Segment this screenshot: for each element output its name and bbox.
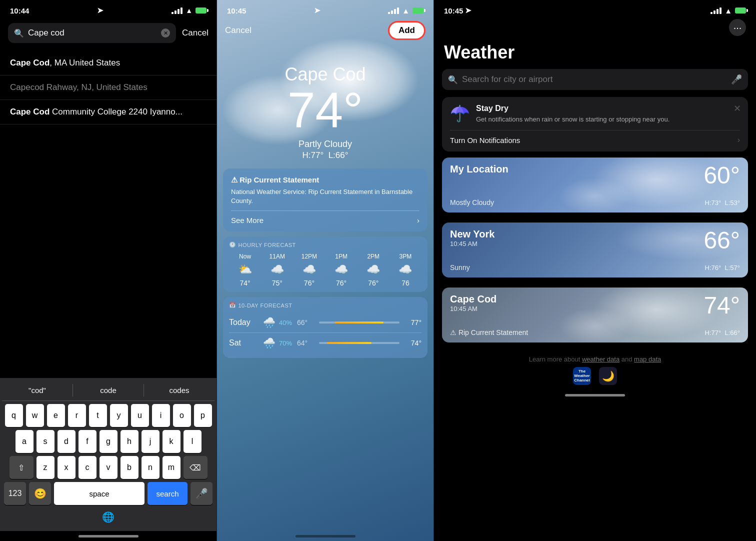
key-g[interactable]: g (100, 430, 118, 453)
suggestion-primary-1: Cape Cod, MA United States (10, 58, 206, 68)
key-emoji[interactable]: 😊 (29, 482, 51, 505)
key-y[interactable]: y (110, 404, 128, 427)
turn-on-notifications-row[interactable]: Turn On Notifications › (450, 136, 740, 144)
stay-dry-divider (450, 130, 740, 130)
home-indicator-3 (434, 389, 756, 401)
loc-hl-2: H:77° L:66° (705, 329, 740, 336)
key-backspace[interactable]: ⌫ (184, 456, 208, 479)
new-york-card[interactable]: New York 10:45 AM 66° Sunny H:76° L:57° (442, 222, 748, 278)
key-o[interactable]: o (173, 404, 191, 427)
my-location-content: My Location 60° Mostly Cloudy H:73° L:53… (442, 158, 748, 212)
key-f[interactable]: f (78, 430, 96, 453)
key-e[interactable]: e (47, 404, 65, 427)
weather-data-link[interactable]: weather data (582, 356, 620, 363)
p3-search-input[interactable] (462, 74, 727, 84)
key-d[interactable]: d (58, 430, 76, 453)
sb3-2 (714, 10, 716, 14)
hourly-item-0: Now ⛅ 74° (229, 253, 261, 287)
rip-current-card: ⚠ Rip Current Statement National Weather… (223, 168, 428, 232)
signal-bar-2 (174, 10, 176, 14)
autocorrect-item-1[interactable]: "cod" (2, 384, 73, 396)
key-w[interactable]: w (26, 404, 44, 427)
suggestion-item-1[interactable]: Cape Cod, MA United States (0, 51, 216, 76)
key-h[interactable]: h (120, 430, 138, 453)
loc-temp-2: 74° (704, 294, 740, 318)
battery-icon-2 (412, 8, 424, 14)
key-search[interactable]: search (148, 482, 188, 505)
key-m[interactable]: m (162, 456, 180, 479)
key-n[interactable]: n (142, 456, 160, 479)
location-arrow-1: ➤ (97, 6, 104, 15)
new-york-content: New York 10:45 AM 66° Sunny H:76° L:57° (442, 222, 748, 278)
search-input-wrap[interactable]: 🔍 ✕ (8, 23, 176, 43)
key-c[interactable]: c (78, 456, 96, 479)
key-z[interactable]: z (36, 456, 54, 479)
key-j[interactable]: j (142, 430, 160, 453)
p2-add-button[interactable]: Add (388, 21, 426, 40)
key-q[interactable]: q (5, 404, 23, 427)
hourly-item-1: 11AM ☁️ 75° (261, 253, 293, 287)
p3-search-icon: 🔍 (448, 75, 458, 84)
key-mic[interactable]: 🎤 (190, 482, 212, 505)
rip-body: National Weather Service: Rip Current St… (231, 188, 420, 206)
status-right-1: ▲ (172, 6, 206, 14)
key-a[interactable]: a (16, 430, 34, 453)
autocorrect-item-3[interactable]: codes (144, 384, 214, 396)
loc-name-1: New York (450, 228, 494, 240)
loc-name-0: My Location (450, 164, 508, 175)
key-v[interactable]: v (100, 456, 118, 479)
cancel-button-1[interactable]: Cancel (182, 28, 208, 38)
p2-cancel-button[interactable]: Cancel (225, 26, 252, 36)
signal-bar-3 (178, 9, 180, 14)
clear-button[interactable]: ✕ (161, 28, 170, 38)
my-location-card[interactable]: My Location 60° Mostly Cloudy H:73° L:53… (442, 158, 748, 212)
location-arrow-2: ➤ (314, 6, 320, 15)
key-i[interactable]: i (152, 404, 170, 427)
suggestion-item-3[interactable]: Cape Cod Community College 2240 Iyanno..… (0, 100, 216, 124)
see-more-chevron: › (417, 216, 420, 224)
stay-dry-close-button[interactable]: ✕ (734, 103, 741, 114)
key-x[interactable]: x (58, 456, 76, 479)
keyboard: "cod" code codes q w e r t y u i o p a s… (0, 378, 216, 531)
temp-bar-sat (319, 342, 400, 344)
suggestion-item-2[interactable]: Capecod Rahway, NJ, United States (0, 76, 216, 100)
key-u[interactable]: u (131, 404, 149, 427)
p2-temperature: 74° (217, 85, 434, 135)
see-more-row[interactable]: See More › (231, 210, 420, 224)
key-r[interactable]: r (68, 404, 86, 427)
cape-cod-card[interactable]: Cape Cod 10:45 AM 74° ⚠ Rip Current Stat… (442, 288, 748, 342)
autocorrect-row: "cod" code codes (2, 382, 214, 401)
key-shift[interactable]: ⇧ (10, 456, 34, 479)
key-globe[interactable]: 🌐 (98, 508, 120, 526)
suggestions-list: Cape Cod, MA United States Capecod Rahwa… (0, 47, 216, 378)
p3-search-bar[interactable]: 🔍 🎤 (442, 69, 748, 90)
autocorrect-item-2[interactable]: code (73, 384, 144, 396)
time-2: 10:45 (227, 6, 246, 15)
key-s[interactable]: s (36, 430, 54, 453)
status-bar-2: 10:45 ➤ ▲ (217, 0, 434, 19)
key-b[interactable]: b (120, 456, 138, 479)
key-p[interactable]: p (194, 404, 212, 427)
time-1: 10:44 (10, 6, 29, 15)
key-row-2: a s d f g h j k l (2, 430, 214, 453)
wifi-icon-2: ▲ (402, 6, 410, 15)
key-t[interactable]: t (89, 404, 107, 427)
key-l[interactable]: l (184, 430, 202, 453)
battery-icon-3 (735, 8, 746, 14)
map-data-link[interactable]: map data (634, 356, 661, 363)
search-input[interactable] (28, 28, 157, 38)
p3-mic-icon[interactable]: 🎤 (731, 74, 742, 85)
signal-bars-3 (710, 8, 722, 14)
more-options-button[interactable]: ··· (729, 19, 746, 36)
location-arrow-3: ➤ (465, 6, 472, 15)
stay-dry-desc: Get notifications when rain or snow is s… (476, 115, 740, 124)
hourly-item-4: 2PM ☁️ 76° (358, 253, 390, 287)
key-space[interactable]: space (54, 482, 144, 505)
key-k[interactable]: k (162, 430, 180, 453)
hourly-label: 🕐 HOURLY FORECAST (229, 242, 422, 248)
stay-dry-text: Stay Dry Get notifications when rain or … (476, 104, 740, 124)
key-123[interactable]: 123 (4, 482, 26, 505)
status-bar-3: 10:45 ➤ ▲ (434, 0, 756, 19)
search-panel: 10:44 ➤ ▲ 🔍 ✕ Cancel Cape Cod, MA United… (0, 0, 217, 541)
sb2 (391, 10, 393, 14)
